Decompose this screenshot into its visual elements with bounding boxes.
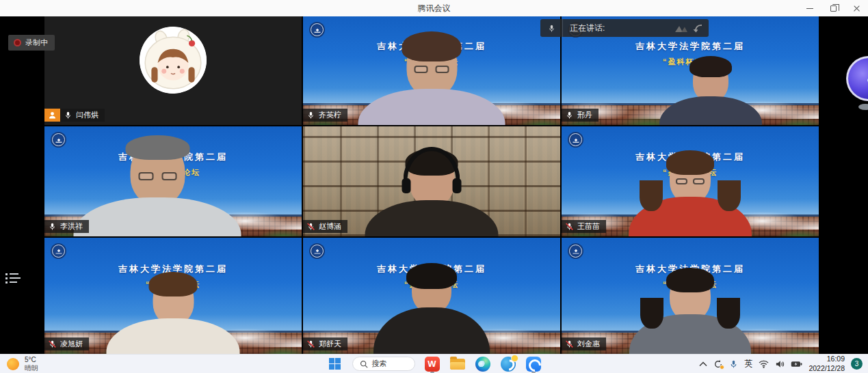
ime-language-indicator[interactable]: 英 <box>744 358 752 370</box>
clock-time: 16:09 <box>808 355 845 363</box>
restore-button[interactable] <box>821 0 845 16</box>
participant-video <box>629 272 751 354</box>
participant-name: 刘金惠 <box>577 339 600 349</box>
name-bar: 凌旭妍 <box>44 337 89 350</box>
video-tile[interactable]: 吉林大学法学院第二届 “盈科杯”论坛 王苗苗 <box>562 126 819 236</box>
sun-icon <box>7 358 19 370</box>
participant-video <box>107 276 240 354</box>
minimize-icon <box>806 8 813 9</box>
microphone-icon <box>547 24 556 33</box>
taskbar-center-icons: 搜索 W <box>327 355 542 373</box>
sync-update-icon[interactable] <box>713 359 723 369</box>
system-tray: 英 16:09 2022/12/28 <box>699 355 863 373</box>
university-logo-icon <box>568 132 583 148</box>
participant-video <box>74 141 241 236</box>
weather-widget[interactable]: 5°C 晴朗 <box>7 355 38 373</box>
participant-video <box>629 154 752 236</box>
collapse-arrow-icon[interactable] <box>692 23 703 33</box>
update-alert-dot <box>720 365 724 370</box>
edge-browser-icon[interactable] <box>475 356 491 372</box>
weather-temperature: 5°C <box>25 356 38 364</box>
start-button[interactable] <box>327 356 343 372</box>
name-bar: 邢丹 <box>562 109 599 122</box>
recording-badge[interactable]: 录制中 <box>8 35 55 51</box>
headphones <box>403 147 460 182</box>
wps-office-icon[interactable]: W <box>424 356 440 372</box>
list-icon <box>5 273 8 275</box>
participant-video <box>659 59 762 125</box>
name-bar: 闫伟烘 <box>44 109 105 122</box>
university-logo-icon <box>51 132 66 148</box>
video-tile[interactable]: 吉林大学法学院第二届 “盈科杯”论坛 郑舒天 <box>303 238 560 354</box>
avatar <box>140 27 207 94</box>
weather-condition: 晴朗 <box>25 364 38 372</box>
search-label: 搜索 <box>372 359 387 369</box>
participant-name: 王苗苗 <box>577 221 600 232</box>
window-controls <box>798 0 868 16</box>
video-tile[interactable]: 吉林大学法学院第二届 “盈科杯”论坛 李洪祥 <box>44 126 302 236</box>
meeting-main-area: 录制中 正在讲话: <box>0 16 868 354</box>
participant-name: 郑舒天 <box>319 339 341 349</box>
close-icon <box>853 5 860 12</box>
speaking-banner: 正在讲话: <box>540 19 709 37</box>
taskbar-clock[interactable]: 16:09 2022/12/28 <box>808 355 845 372</box>
floating-assistant-orb[interactable] <box>846 56 868 101</box>
university-logo-icon <box>309 22 325 38</box>
search-icon <box>360 360 368 368</box>
title-bar: 腾讯会议 <box>0 0 868 16</box>
video-grid: 闫伟烘 吉林大学法学院第二届 “盈科杯”论坛 <box>44 16 819 354</box>
close-button[interactable] <box>845 0 868 16</box>
participant-video <box>358 36 505 125</box>
mic-muted-icon <box>48 340 57 348</box>
mic-muted-icon <box>565 340 574 348</box>
video-tile[interactable]: 赵博涵 <box>303 126 560 236</box>
participant-name: 齐英柠 <box>319 110 341 120</box>
recording-dot-icon <box>14 39 21 46</box>
mic-muted-icon <box>565 222 574 231</box>
name-bar: 王苗苗 <box>562 220 606 233</box>
speaker-icon[interactable] <box>775 360 785 368</box>
minimize-button[interactable] <box>798 0 821 16</box>
name-bar: 赵博涵 <box>303 220 347 233</box>
tray-microphone-icon[interactable] <box>729 359 738 369</box>
video-tile[interactable]: 吉林大学法学院第二届 “盈科杯”论坛 刘金惠 <box>562 238 819 354</box>
participant-video <box>365 153 499 236</box>
wifi-icon[interactable] <box>759 360 769 368</box>
participant-name: 邢丹 <box>577 110 592 120</box>
restore-icon <box>830 5 837 12</box>
mic-on-icon <box>565 111 574 120</box>
participant-name: 闫伟烘 <box>76 110 98 120</box>
battery-icon[interactable] <box>791 361 802 368</box>
file-explorer-icon[interactable] <box>449 356 466 372</box>
presenter-badge <box>44 109 60 122</box>
mic-muted-icon <box>306 340 315 348</box>
notification-badge-dot <box>501 357 516 372</box>
window-title: 腾讯会议 <box>418 3 451 14</box>
mic-on-icon <box>48 222 57 231</box>
video-tile[interactable]: 吉林大学法学院第二届 “盈科杯”论坛 凌旭妍 <box>44 238 302 354</box>
banner-mic-box <box>540 19 563 37</box>
participant-video <box>373 266 490 354</box>
university-logo-icon <box>309 243 325 259</box>
video-tile[interactable]: 闫伟烘 <box>44 16 302 125</box>
video-tile[interactable]: 吉林大学法学院第二届 “盈科杯”论坛 齐英柠 <box>303 16 560 125</box>
name-bar: 刘金惠 <box>562 337 606 350</box>
university-logo-icon <box>51 243 66 259</box>
name-bar: 郑舒天 <box>303 337 347 350</box>
tencent-meeting-icon[interactable] <box>525 356 542 372</box>
clock-date: 2022/12/28 <box>808 364 845 373</box>
participant-name: 凌旭妍 <box>60 339 83 349</box>
name-bar: 齐英柠 <box>303 109 347 122</box>
network-quality-icon <box>674 23 692 33</box>
messaging-app-icon[interactable] <box>500 356 516 372</box>
mic-on-icon <box>64 111 73 120</box>
windows-taskbar: 5°C 晴朗 搜索 W <box>0 354 868 373</box>
taskbar-search[interactable]: 搜索 <box>352 357 415 371</box>
university-logo-icon <box>568 243 583 259</box>
participant-list-toggle[interactable] <box>5 271 22 286</box>
hidden-icons-chevron[interactable] <box>699 361 707 367</box>
speaking-label: 正在讲话: <box>570 23 605 34</box>
notification-count-badge[interactable]: 3 <box>851 358 863 370</box>
orb-tail <box>858 104 868 110</box>
name-bar: 李洪祥 <box>44 220 89 233</box>
